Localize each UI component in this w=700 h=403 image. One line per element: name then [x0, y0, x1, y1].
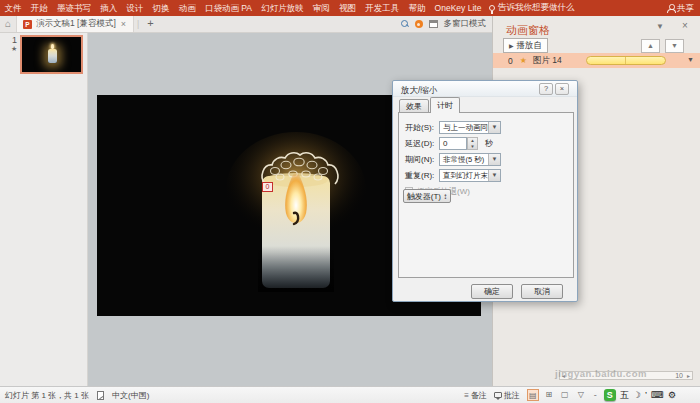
duration-combobox[interactable]: 非常慢(5 秒) ▼ [439, 153, 501, 166]
tab-timing[interactable]: 计时 [430, 97, 460, 113]
tell-me-label: 告诉我你想要做什么 [498, 2, 575, 14]
share-label: 共享 [677, 0, 694, 16]
zoom-out-button[interactable]: - [594, 390, 597, 400]
animation-list-item[interactable]: 0 ★ 图片 14 ▼ [493, 53, 700, 68]
move-earlier-button[interactable]: ▲ [641, 39, 660, 53]
lightbulb-icon [489, 5, 495, 11]
slideshow-view-button[interactable]: ▽ [575, 389, 587, 401]
spin-down-icon[interactable]: ▼ [470, 144, 474, 149]
duration-dropdown-icon[interactable]: ▼ [488, 154, 500, 165]
menu-item-insert[interactable]: 插入 [96, 0, 122, 16]
notes-icon: ≡ [464, 391, 469, 400]
menu-item-home[interactable]: 开始 [26, 0, 52, 16]
menu-item-view[interactable]: 视图 [334, 0, 360, 16]
multi-window-label[interactable]: 多窗口模式 [444, 18, 487, 30]
dialog-title: 放大/缩小 [401, 85, 437, 97]
timing-tab-page: 开始(S): 与上一动画同时 ▼ 延迟(D): 0 ▲ ▼ 秒 期间(N): [398, 112, 574, 278]
status-left: 幻灯片 第 1 张，共 1 张 中文(中国) [5, 387, 149, 403]
animation-effect-star-icon: ★ [520, 56, 527, 65]
person-icon [667, 4, 674, 12]
language-indicator[interactable]: 中文(中国) [112, 390, 149, 401]
delay-label: 延迟(D): [405, 137, 434, 150]
ruler-right-arrow-icon[interactable]: ▸ [687, 372, 690, 379]
dialog-close-button[interactable]: × [555, 83, 569, 95]
menu-item-design[interactable]: 设计 [122, 0, 148, 16]
application-window: 文件 开始 墨迹书写 插入 设计 切换 动画 口袋动画 PA 幻灯片放映 审阅 … [0, 0, 700, 403]
view-switcher: ▤ ⊞ ▢ ▽ [527, 389, 587, 401]
repeat-combobox[interactable]: 直到幻灯片末尾 ▼ [439, 169, 501, 182]
tab-close-icon[interactable]: × [120, 19, 127, 29]
skin-settings-icon[interactable] [415, 20, 423, 28]
pane-close-icon[interactable]: × [682, 20, 688, 31]
comments-button[interactable]: 批注 [494, 390, 520, 401]
menu-item-ink[interactable]: 墨迹书写 [52, 0, 95, 16]
animation-timeline-bar[interactable] [586, 56, 666, 65]
status-right: ≡ 备注 批注 ▤ ⊞ ▢ ▽ - S 五 ☽ ’ ⌨ ⚙ [464, 387, 676, 403]
keyboard-icon[interactable]: ⌨ [651, 390, 664, 400]
dialog-help-button[interactable]: ? [539, 83, 553, 95]
candle-image[interactable] [222, 128, 372, 298]
ppt-file-icon: P [23, 20, 32, 29]
duration-label: 期间(N): [405, 153, 434, 166]
spin-up-icon[interactable]: ▲ [470, 138, 474, 143]
slide-thumbnail[interactable] [20, 35, 83, 74]
menu-item-transitions[interactable]: 切换 [148, 0, 174, 16]
play-icon: ▶ [509, 42, 514, 49]
play-from-button[interactable]: ▶ 播放自 [503, 38, 548, 53]
pane-menu-icon[interactable]: ▼ [656, 22, 664, 31]
moon-icon[interactable]: ☽ [633, 390, 641, 400]
cancel-button[interactable]: 取消 [521, 284, 563, 299]
menu-item-animations[interactable]: 动画 [174, 0, 200, 16]
proofing-icon[interactable] [97, 391, 104, 400]
multi-window-icon[interactable] [429, 20, 438, 28]
watermark-text: jingyan.baidu.com [555, 368, 647, 379]
home-icon[interactable]: ⌂ [0, 16, 16, 32]
play-from-label: 播放自 [517, 40, 543, 52]
slide-sorter-view-button[interactable]: ⊞ [543, 389, 555, 401]
new-tab-button[interactable]: + [142, 16, 158, 32]
sogou-logo-icon[interactable]: S [604, 389, 616, 401]
animation-item-order: 0 [508, 56, 513, 66]
reading-view-button[interactable]: ▢ [559, 389, 571, 401]
input-method-bar: S 五 ☽ ’ ⌨ ⚙ [604, 389, 676, 402]
delay-spinner[interactable]: ▲ ▼ [467, 137, 478, 150]
menu-item-developer[interactable]: 开发工具 [361, 0, 404, 16]
menu-item-onekey[interactable]: OneKey Lite [430, 0, 486, 16]
start-combobox[interactable]: 与上一动画同时 ▼ [439, 121, 501, 134]
ruler-seconds-mark: 10 [675, 372, 683, 379]
normal-view-button[interactable]: ▤ [527, 389, 539, 401]
menu-item-slideshow[interactable]: 幻灯片放映 [257, 0, 309, 16]
search-icon[interactable] [401, 20, 409, 28]
notes-button[interactable]: ≡ 备注 [464, 390, 487, 401]
document-tab-title: 演示文稿1 [兼容模式] [36, 18, 116, 30]
duration-value: 非常慢(5 秒) [443, 154, 484, 165]
animation-order-badge[interactable]: 0 [262, 182, 273, 192]
tell-me-box[interactable]: 告诉我你想要做什么 [489, 2, 575, 14]
dialog-titlebar[interactable]: 放大/缩小 ? × [393, 81, 577, 97]
animation-item-dropdown-icon[interactable]: ▼ [687, 56, 694, 63]
document-tab-bar: ⌂ P 演示文稿1 [兼容模式] × | + 多窗口模式 [0, 16, 492, 33]
menu-item-help[interactable]: 帮助 [404, 0, 430, 16]
slide-thumbnail-panel: 1 ★ [0, 33, 88, 386]
move-later-button[interactable]: ▼ [665, 39, 684, 53]
toolbox-icon[interactable]: ⚙ [668, 390, 676, 400]
menu-item-pocket-animation[interactable]: 口袋动画 PA [200, 0, 256, 16]
notes-label: 备注 [471, 390, 487, 401]
menu-item-review[interactable]: 审阅 [308, 0, 334, 16]
ok-button[interactable]: 确定 [471, 284, 513, 299]
tab-effect[interactable]: 效果 [399, 99, 429, 113]
wubi-mode-icon[interactable]: 五 [620, 389, 629, 402]
repeat-dropdown-icon[interactable]: ▼ [488, 170, 500, 181]
start-dropdown-icon[interactable]: ▼ [488, 122, 500, 133]
punctuation-icon[interactable]: ’ [645, 390, 647, 400]
slide-info: 幻灯片 第 1 张，共 1 张 [5, 390, 89, 401]
trigger-button[interactable]: 触发器(T) ↕ [403, 189, 451, 203]
slide-animation-star-icon: ★ [11, 45, 17, 53]
menu-item-file[interactable]: 文件 [0, 0, 26, 16]
delay-input[interactable]: 0 [439, 137, 467, 150]
comment-icon [494, 392, 502, 398]
tabbar-tools: 多窗口模式 [401, 16, 487, 32]
comments-label: 批注 [504, 390, 520, 401]
share-button[interactable]: 共享 [667, 0, 694, 16]
document-tab[interactable]: P 演示文稿1 [兼容模式] × [16, 16, 134, 32]
